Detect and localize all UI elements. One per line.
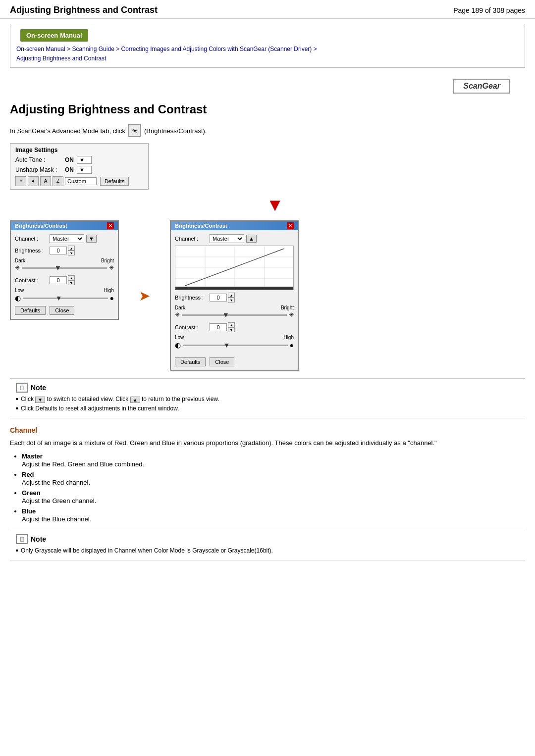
channel-list-item-blue: Blue Adjust the Blue channel. — [22, 507, 525, 523]
breadcrumb-onscreen[interactable]: On-screen Manual — [16, 46, 65, 52]
bc-right-brightness-updown: ▲ ▼ — [228, 293, 235, 302]
bc-right-contrast-labels: Low High — [175, 335, 294, 340]
sun-dim-icon: ✳ — [15, 264, 20, 271]
bc-close-btn-left[interactable]: ✕ — [107, 222, 114, 229]
bc-left-contrast-thumb[interactable] — [57, 297, 61, 301]
brightness-contrast-icon: ☀ — [128, 124, 141, 137]
bc-dialog-right-title: Brightness/Contrast ✕ — [171, 221, 298, 230]
bc-left-contrast-section: Contrast : ▲ ▼ Low High ◐ — [15, 275, 114, 302]
bc-left-dark-label: Dark — [15, 258, 25, 263]
sun-bright-icon-right: ✳ — [289, 311, 294, 318]
bc-right-contrast-up[interactable]: ▲ — [228, 322, 235, 327]
bc-close-btn-right[interactable]: ✕ — [287, 222, 294, 229]
bc-right-brightness-track — [182, 314, 287, 316]
bc-right-contrast-down[interactable]: ▼ — [228, 327, 235, 332]
channel-list-item-master: Master Adjust the Red, Green and Blue co… — [22, 453, 525, 468]
note-header-2: 📋 Note — [16, 534, 519, 544]
channel-term-green: Green — [22, 489, 525, 497]
low-contrast-icon: ◐ — [15, 294, 21, 302]
bc-right-brightness-down[interactable]: ▼ — [228, 298, 235, 302]
bc-left-high-label: High — [104, 288, 114, 293]
bc-left-contrast-down[interactable]: ▼ — [68, 280, 75, 285]
arrow-down-icon: ▼ — [25, 195, 525, 215]
note-box-2: 📋 Note Only Grayscale will be displayed … — [10, 530, 525, 560]
page-title-top: Adjusting Brightness and Contrast — [10, 5, 158, 15]
bc-right-bright-label: Bright — [281, 305, 294, 310]
bc-left-contrast-label: Contrast : — [15, 277, 50, 283]
channel-section: Channel Each dot of an image is a mixtur… — [10, 426, 525, 523]
bc-left-channel-btn[interactable]: ▼ — [86, 235, 97, 243]
bc-right-contrast-section: Contrast : ▲ ▼ Low High ◐ — [175, 322, 294, 349]
bc-left-contrast-updown: ▲ ▼ — [68, 275, 75, 285]
intro-line: In ScanGear's Advanced Mode tab, click ☀… — [10, 124, 525, 137]
bc-right-brightness-input[interactable] — [210, 294, 227, 302]
onscreen-banner: On-screen Manual — [10, 24, 525, 42]
auto-tone-dropdown[interactable]: ▼ — [77, 156, 92, 164]
main-heading: Adjusting Brightness and Contrast — [10, 102, 525, 116]
bc-right-channel-btn[interactable]: ▲ — [246, 235, 257, 243]
bc-left-brightness-track — [22, 267, 107, 269]
return-view-btn: ▲ — [130, 397, 140, 403]
bc-right-dark-label: Dark — [175, 305, 185, 310]
diagrams-section: ▼ Brightness/Contrast ✕ Channel : Master… — [10, 195, 525, 371]
unsharp-mask-value: ON — [65, 166, 74, 173]
bc-left-buttons: Defaults Close — [15, 306, 114, 315]
bc-right-brightness-up[interactable]: ▲ — [228, 293, 235, 298]
channel-term-blue: Blue — [22, 507, 525, 515]
bc-right-channel-row: Channel : Master ▲ — [175, 234, 294, 243]
note2-item1: Only Grayscale will be displayed in Chan… — [16, 547, 519, 554]
channel-heading: Channel — [10, 426, 525, 434]
unsharp-mask-row: Unsharp Mask : ON ▼ — [15, 166, 143, 174]
high-contrast-icon: ● — [110, 294, 114, 302]
bc-right-contrast-label: Contrast : — [175, 324, 210, 330]
a-icon[interactable]: A — [40, 176, 51, 186]
channel-def-green: Adjust the Green channel. — [22, 497, 525, 504]
image-settings-box: Image Settings Auto Tone : ON ▼ Unsharp … — [10, 143, 149, 190]
unsharp-mask-dropdown[interactable]: ▼ — [77, 166, 92, 174]
custom-dropdown[interactable]: Custom — [65, 177, 97, 185]
bc-dialog-left: Brightness/Contrast ✕ Channel : Master ▼… — [10, 220, 119, 320]
bc-left-contrast-up[interactable]: ▲ — [68, 275, 75, 280]
bc-right-defaults-btn[interactable]: Defaults — [175, 357, 206, 366]
bc-right-brightness-thumb[interactable] — [224, 313, 228, 317]
bc-left-contrast-input[interactable] — [50, 276, 67, 284]
channel-list-item-red: Red Adjust the Red channel. — [22, 471, 525, 486]
bc-left-brightness-input[interactable] — [50, 247, 67, 254]
auto-tone-label: Auto Tone : — [15, 156, 65, 163]
bc-dialog-left-title: Brightness/Contrast ✕ — [11, 221, 118, 230]
black-circle-icon[interactable]: ● — [28, 176, 39, 186]
bc-left-contrast-labels: Low High — [15, 288, 114, 293]
image-settings-defaults-btn[interactable]: Defaults — [100, 177, 129, 186]
bc-left-brightness-down[interactable]: ▼ — [68, 251, 75, 255]
breadcrumb-current: Adjusting Brightness and Contrast — [16, 55, 106, 62]
sun-dim-icon-right: ✳ — [175, 311, 180, 318]
intro-text-before: In ScanGear's Advanced Mode tab, click — [10, 127, 125, 135]
bc-right-channel-label: Channel : — [175, 236, 210, 242]
z-icon[interactable]: Z — [53, 176, 63, 186]
bc-right-brightness-row: Brightness : ▲ ▼ — [175, 293, 294, 302]
channel-def-master: Adjust the Red, Green and Blue combined. — [22, 460, 525, 468]
bc-right-channel-select[interactable]: Master — [210, 234, 244, 243]
breadcrumb-correcting[interactable]: Correcting Images and Adjusting Colors w… — [121, 46, 312, 52]
bc-left-contrast-row: Contrast : ▲ ▼ — [15, 275, 114, 285]
bc-left-channel-select[interactable]: Master — [50, 234, 84, 243]
bc-right-close-btn[interactable]: Close — [210, 357, 234, 366]
bc-left-brightness-labels: Dark Bright — [15, 258, 114, 263]
circle-icon[interactable]: ○ — [15, 176, 26, 186]
bc-graph-svg — [175, 246, 293, 290]
note-icon-1: 📋 — [16, 383, 28, 393]
bc-right-low-label: Low — [175, 335, 184, 340]
bc-right-contrast-input[interactable] — [210, 323, 227, 331]
bc-left-contrast-slider-row: ◐ ● — [15, 294, 114, 302]
breadcrumb-scanning[interactable]: Scanning Guide — [72, 46, 114, 52]
bc-right-high-label: High — [283, 335, 294, 340]
scangear-badge: ScanGear — [453, 79, 510, 94]
bc-left-defaults-btn[interactable]: Defaults — [15, 306, 46, 315]
bc-right-contrast-thumb[interactable] — [225, 344, 229, 348]
bc-left-close-btn[interactable]: Close — [50, 306, 74, 315]
diagrams-area: Brightness/Contrast ✕ Channel : Master ▼… — [10, 220, 525, 371]
bc-left-brightness-up[interactable]: ▲ — [68, 246, 75, 251]
note-header-1: 📋 Note — [16, 383, 519, 393]
bc-left-brightness-thumb[interactable] — [56, 266, 60, 270]
note-icon-2: 📋 — [16, 534, 28, 544]
